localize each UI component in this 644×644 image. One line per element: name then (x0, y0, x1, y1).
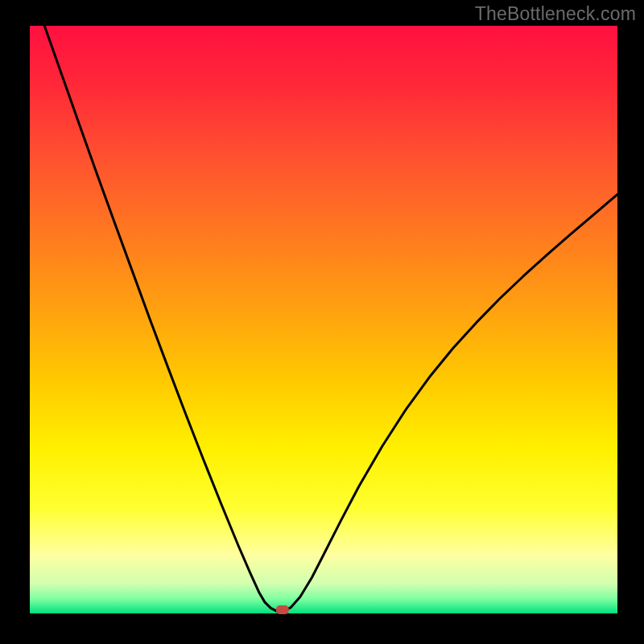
chart-container: TheBottleneck.com (0, 0, 644, 644)
bottleneck-chart (0, 0, 644, 644)
watermark-text: TheBottleneck.com (475, 3, 636, 25)
marker-dot (276, 605, 289, 614)
plot-background (30, 26, 617, 613)
